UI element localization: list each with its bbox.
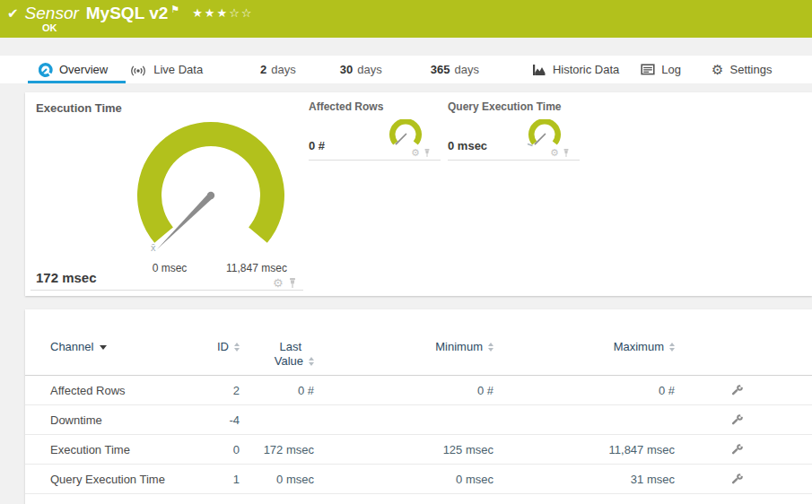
column-header-last-value[interactable]: Last Value [240, 340, 314, 369]
gear-icon[interactable]: ⚙ [550, 148, 559, 158]
mini-gauge-value: 0 # [309, 139, 325, 152]
channel-name[interactable]: Execution Time [50, 443, 205, 456]
tab-days-number: 365 [431, 63, 450, 76]
channel-settings-wrench-icon[interactable] [730, 443, 744, 456]
tab-2-days[interactable]: 2days [249, 56, 307, 83]
tab-live-data[interactable]: Live Data [118, 56, 214, 83]
column-header-label: Maximum [614, 340, 664, 354]
status-check-icon: ✔ [7, 5, 19, 22]
channel-table-panel: Channel ID Last Value Minimum Maximum Af… [25, 309, 812, 504]
tab-label: Overview [59, 63, 108, 76]
average-marker: x̄ [151, 242, 156, 253]
gauges-panel: Execution Time x̄ 0 msec 11,847 msec 172… [25, 92, 812, 296]
mini-gauge-affected-rows: Affected Rows 0 # ⚙ [309, 98, 441, 166]
column-header-id[interactable]: ID [205, 340, 240, 354]
gauge-scale-min: 0 msec [140, 262, 199, 274]
table-row: Query Execution Time 1 0 msec 0 msec 31 … [25, 465, 812, 494]
gauge-needle [396, 135, 406, 144]
tab-label: Historic Data [553, 63, 619, 76]
live-data-icon [129, 63, 147, 77]
mini-gauge-title: Affected Rows [309, 100, 383, 113]
sensor-type-label: Sensor [25, 4, 79, 23]
gauge-scale-max: 11,847 msec [217, 262, 296, 274]
tab-label: days [357, 63, 381, 76]
channel-id: 2 [205, 384, 240, 397]
column-header-label: ID [217, 340, 229, 354]
channel-settings-wrench-icon[interactable] [730, 473, 744, 486]
channel-minimum: 125 msec [314, 443, 493, 456]
column-header-label: Value [275, 354, 303, 369]
tab-label: days [454, 63, 478, 76]
divider [448, 160, 580, 161]
flag-icon[interactable]: ⚑ [170, 4, 179, 15]
status-badge: OK [42, 22, 57, 33]
channel-id: -4 [205, 413, 240, 427]
gear-icon[interactable]: ⚙ [411, 148, 420, 158]
tab-settings[interactable]: ⚙ Settings [701, 56, 782, 83]
table-row: Downtime -4 [25, 405, 812, 435]
divider [309, 160, 441, 161]
channel-minimum: 0 # [314, 384, 493, 397]
column-header-label: Last [279, 340, 301, 354]
tab-label: Log [661, 63, 681, 76]
channel-last-value: 0 msec [240, 473, 314, 486]
log-list-icon [641, 63, 655, 76]
channel-last-value: 172 msec [240, 443, 314, 456]
tab-overview[interactable]: Overview [28, 56, 118, 83]
channel-id: 0 [205, 443, 240, 456]
tab-365-days[interactable]: 365days [420, 56, 490, 83]
sensor-name: MySQL v2 [86, 4, 169, 23]
priority-stars[interactable]: ★★★☆☆ [192, 6, 253, 20]
stars-filled[interactable]: ★★★ [192, 6, 229, 20]
channel-maximum: 11,847 msec [493, 443, 675, 456]
divider [31, 290, 303, 291]
channel-last-value: 0 # [240, 384, 314, 397]
gauge-icon [39, 63, 53, 77]
table-row: Affected Rows 2 0 # 0 # 0 # [25, 376, 812, 405]
tab-label: Live Data [153, 63, 203, 76]
column-header-minimum[interactable]: Minimum [314, 340, 493, 354]
column-header-label: Minimum [435, 340, 483, 354]
channel-settings-wrench-icon[interactable] [730, 413, 744, 427]
channel-name[interactable]: Affected Rows [50, 384, 205, 397]
sensor-header: ✔ Sensor MySQL v2 ⚑ ★★★☆☆ OK [0, 0, 812, 38]
tab-bar: Overview Live Data 2days 30days 365days … [0, 56, 812, 83]
tab-days-number: 30 [340, 63, 353, 76]
tab-days-number: 2 [260, 63, 266, 76]
column-header-label: Channel [50, 340, 93, 354]
channel-actions: ⚙ [550, 148, 570, 158]
channel-actions: ⚙ [273, 277, 297, 289]
gear-icon[interactable]: ⚙ [273, 277, 284, 289]
channel-settings-wrench-icon[interactable] [730, 384, 744, 397]
tab-label: Settings [730, 63, 773, 76]
channel-name[interactable]: Query Execution Time [50, 473, 205, 486]
mini-gauge-query-execution-time: Query Execution Time 0 msec ⚙ [448, 98, 580, 166]
tab-30-days[interactable]: 30days [329, 56, 393, 83]
primary-channel-title: Execution Time [36, 101, 122, 115]
gauge-needle [535, 135, 545, 144]
tab-label: days [271, 63, 295, 76]
stars-empty[interactable]: ☆☆ [229, 6, 253, 20]
channel-minimum: 0 msec [314, 473, 493, 486]
sensor-title-row: ✔ Sensor MySQL v2 ⚑ ★★★☆☆ [0, 0, 812, 23]
primary-channel-value: 172 msec [36, 270, 97, 285]
mini-gauge-title: Query Execution Time [448, 100, 562, 113]
tab-log[interactable]: Log [630, 56, 692, 83]
column-header-maximum[interactable]: Maximum [493, 340, 675, 354]
mini-gauge-value: 0 msec [448, 139, 487, 152]
channel-actions: ⚙ [411, 148, 431, 158]
pin-icon[interactable] [563, 148, 570, 158]
sort-caret-icon [100, 345, 107, 350]
channel-id: 1 [205, 473, 240, 486]
column-header-channel[interactable]: Channel [50, 340, 205, 354]
pin-icon[interactable] [288, 277, 297, 289]
channel-maximum: 0 # [493, 384, 675, 397]
area-chart-icon [532, 63, 546, 77]
gear-icon: ⚙ [712, 63, 723, 76]
channel-maximum: 31 msec [493, 473, 675, 486]
channel-name[interactable]: Downtime [50, 413, 205, 427]
tab-historic-data[interactable]: Historic Data [521, 56, 630, 83]
table-row: Execution Time 0 172 msec 125 msec 11,84… [25, 435, 812, 465]
sort-icon [669, 343, 675, 352]
pin-icon[interactable] [423, 148, 431, 158]
